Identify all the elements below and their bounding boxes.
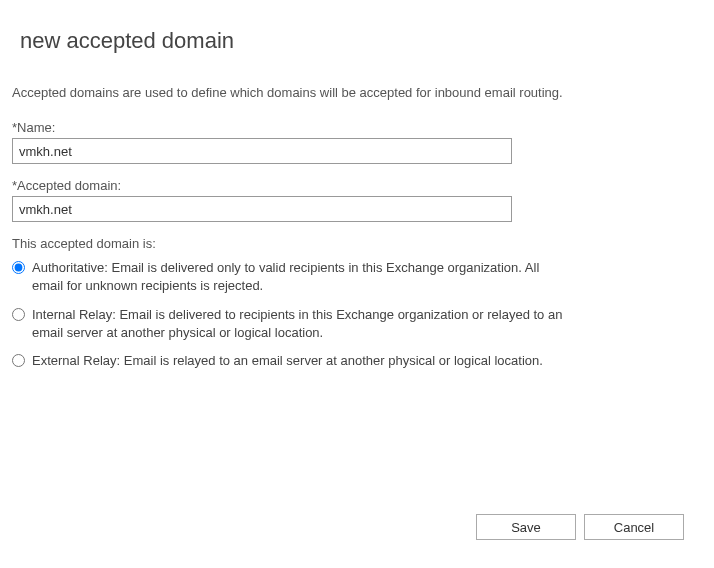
radio-item-internal-relay[interactable]: Internal Relay: Email is delivered to re… <box>12 306 572 342</box>
accepted-domain-label: *Accepted domain: <box>12 178 702 193</box>
description-text: Accepted domains are used to define whic… <box>12 84 572 102</box>
radio-section-heading: This accepted domain is: <box>12 236 702 251</box>
cancel-button[interactable]: Cancel <box>584 514 684 540</box>
radio-authoritative[interactable] <box>12 261 25 274</box>
form-content: Accepted domains are used to define whic… <box>0 54 714 370</box>
page-title: new accepted domain <box>0 0 714 54</box>
button-bar: Save Cancel <box>476 514 684 540</box>
save-button[interactable]: Save <box>476 514 576 540</box>
radio-external-relay[interactable] <box>12 354 25 367</box>
radio-internal-relay[interactable] <box>12 308 25 321</box>
name-label: *Name: <box>12 120 702 135</box>
radio-external-relay-label: External Relay: Email is relayed to an e… <box>32 352 543 370</box>
name-input[interactable] <box>12 138 512 164</box>
domain-type-radio-group: Authoritative: Email is delivered only t… <box>12 259 572 370</box>
radio-item-authoritative[interactable]: Authoritative: Email is delivered only t… <box>12 259 572 295</box>
radio-internal-relay-label: Internal Relay: Email is delivered to re… <box>32 306 572 342</box>
radio-authoritative-label: Authoritative: Email is delivered only t… <box>32 259 572 295</box>
accepted-domain-input[interactable] <box>12 196 512 222</box>
radio-item-external-relay[interactable]: External Relay: Email is relayed to an e… <box>12 352 572 370</box>
